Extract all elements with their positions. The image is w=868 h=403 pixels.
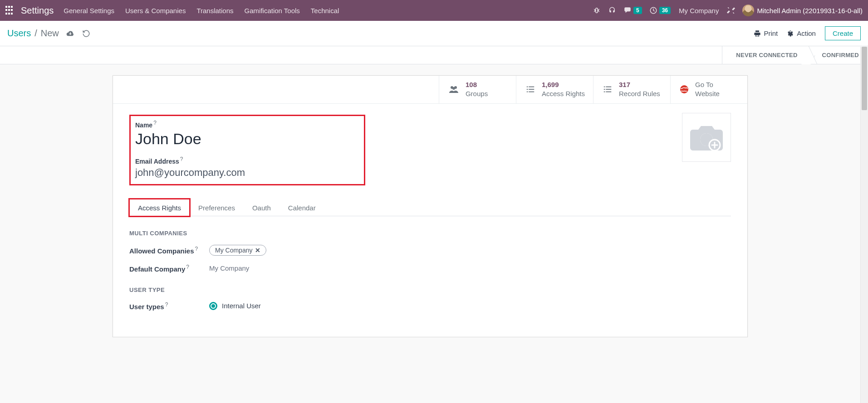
default-company-field[interactable]: My Company	[209, 264, 249, 272]
stat-goto-website[interactable]: Go To Website	[670, 76, 747, 103]
default-company-label: Default Company?	[129, 264, 209, 273]
support-icon[interactable]	[608, 6, 616, 15]
save-icon[interactable]	[65, 29, 75, 38]
stat-rights-label: Access Rights	[542, 89, 585, 98]
list-icon	[602, 84, 613, 94]
breadcrumb-users[interactable]: Users	[7, 28, 31, 39]
stat-access-rights[interactable]: 1,699 Access Rights	[516, 76, 593, 103]
avatar-upload[interactable]	[682, 113, 731, 162]
name-caption: Name?	[135, 120, 359, 129]
svg-rect-15	[606, 92, 611, 92]
breadcrumb: Users / New	[7, 28, 59, 39]
email-caption: Email Address?	[135, 156, 359, 165]
status-never-connected[interactable]: NEVER CONNECTED	[722, 46, 808, 64]
tab-preferences[interactable]: Preferences	[190, 199, 244, 216]
stat-rules-count: 317	[619, 80, 660, 89]
print-button[interactable]: Print	[754, 29, 778, 37]
svg-rect-9	[529, 92, 534, 92]
company-tag: My Company ✕	[209, 245, 266, 256]
create-button[interactable]: Create	[825, 26, 861, 40]
radio-internal-user[interactable]	[209, 302, 217, 310]
breadcrumb-current: New	[41, 28, 59, 39]
scrollbar-thumb[interactable]	[862, 47, 867, 110]
avatar[interactable]	[742, 5, 754, 16]
help-icon[interactable]: ?	[165, 301, 168, 308]
print-label: Print	[764, 29, 778, 37]
name-email-highlight: Name? John Doe Email Address? john@yourc…	[129, 115, 365, 185]
list-icon	[525, 84, 536, 94]
top-nav: Settings General Settings Users & Compan…	[0, 0, 868, 21]
svg-point-3	[452, 87, 455, 90]
svg-rect-11	[606, 87, 611, 87]
groups-icon	[447, 84, 460, 95]
menu-general-settings[interactable]: General Settings	[64, 7, 114, 15]
form-sheet: 108 Groups 1,699 Access Rights 317	[113, 75, 748, 337]
svg-rect-14	[604, 92, 605, 92]
stat-website-line2: Website	[695, 89, 720, 98]
tabs: Access Rights Preferences Oauth Calendar	[129, 199, 731, 216]
svg-rect-8	[527, 92, 528, 92]
help-icon[interactable]: ?	[153, 120, 157, 126]
stat-rules-label: Record Rules	[619, 89, 660, 98]
stat-record-rules[interactable]: 317 Record Rules	[593, 76, 670, 103]
activities-badge: 36	[659, 7, 671, 14]
tab-access-rights[interactable]: Access Rights	[129, 199, 190, 216]
breadcrumb-separator: /	[34, 28, 37, 39]
action-label: Action	[797, 29, 816, 37]
stat-groups-count: 108	[466, 80, 488, 89]
control-panel: Users / New Print Action Create	[0, 21, 868, 46]
menu-translations[interactable]: Translations	[196, 7, 233, 15]
section-multi-companies: MULTI COMPANIES	[129, 230, 731, 237]
remove-tag-icon[interactable]: ✕	[255, 247, 260, 254]
stat-groups-label: Groups	[466, 89, 488, 98]
radio-internal-user-label: Internal User	[222, 302, 261, 310]
username[interactable]: Mitchell Admin (22019931-16-0-all)	[757, 7, 863, 15]
user-types-label: User types?	[129, 301, 209, 311]
bug-icon[interactable]	[593, 6, 601, 15]
svg-rect-13	[606, 89, 611, 90]
action-button[interactable]: Action	[787, 29, 816, 37]
tools-icon[interactable]	[727, 6, 735, 15]
status-confirmed[interactable]: CONFIRMED	[809, 46, 868, 64]
discard-icon[interactable]	[82, 29, 91, 38]
stat-rights-count: 1,699	[542, 80, 585, 89]
svg-rect-6	[527, 89, 528, 90]
notebook: Access Rights Preferences Oauth Calendar…	[113, 189, 747, 337]
menu-users-companies[interactable]: Users & Companies	[125, 7, 186, 15]
user-types-field[interactable]: Internal User	[209, 302, 261, 310]
svg-rect-12	[604, 89, 605, 90]
title-area: Name? John Doe Email Address? john@yourc…	[113, 104, 747, 189]
help-icon[interactable]: ?	[195, 246, 198, 252]
menu-technical[interactable]: Technical	[311, 7, 339, 15]
stat-website-line1: Go To	[695, 80, 720, 89]
globe-icon	[679, 84, 690, 95]
name-input[interactable]: John Doe	[135, 130, 359, 148]
svg-rect-4	[527, 87, 528, 87]
svg-rect-10	[604, 87, 605, 87]
svg-point-16	[680, 85, 688, 93]
company-tag-label: My Company	[215, 247, 252, 254]
menu-gamification[interactable]: Gamification Tools	[245, 7, 300, 15]
scrollbar[interactable]	[860, 47, 868, 337]
tab-oauth[interactable]: Oauth	[244, 199, 280, 216]
apps-icon[interactable]	[5, 6, 15, 15]
messages-badge: 5	[633, 7, 642, 14]
messages-icon[interactable]: 5	[623, 6, 642, 15]
help-icon[interactable]: ?	[180, 156, 183, 162]
tab-content: MULTI COMPANIES Allowed Companies? My Co…	[129, 216, 731, 337]
company-switcher[interactable]: My Company	[679, 7, 719, 15]
tab-calendar[interactable]: Calendar	[280, 199, 324, 216]
allowed-companies-field[interactable]: My Company ✕	[209, 245, 266, 256]
section-user-type: USER TYPE	[129, 286, 731, 293]
svg-rect-7	[529, 89, 534, 90]
app-title: Settings	[21, 5, 54, 16]
statusbar: NEVER CONNECTED CONFIRMED	[0, 46, 868, 64]
email-input[interactable]: john@yourcompany.com	[135, 167, 359, 179]
stat-groups[interactable]: 108 Groups	[439, 76, 516, 103]
help-icon[interactable]: ?	[186, 264, 189, 270]
button-box: 108 Groups 1,699 Access Rights 317	[113, 76, 747, 104]
svg-rect-5	[529, 87, 534, 87]
allowed-companies-label: Allowed Companies?	[129, 246, 209, 255]
activities-icon[interactable]: 36	[649, 6, 671, 15]
